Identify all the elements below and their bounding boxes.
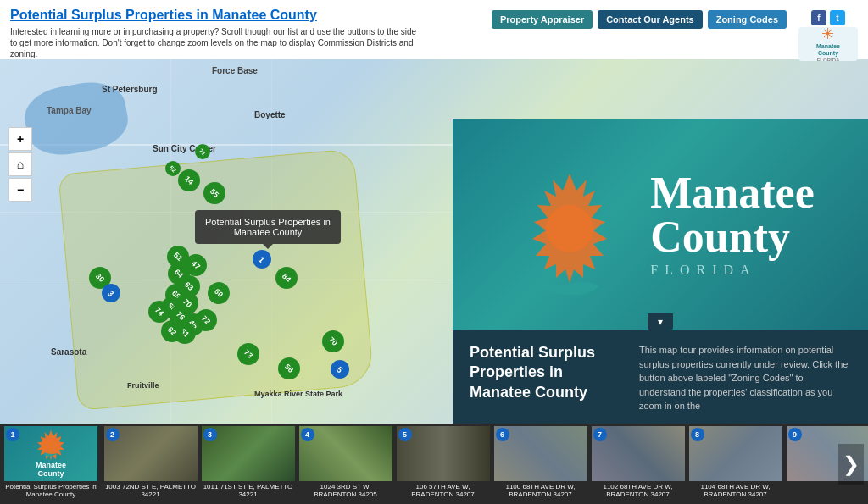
zoning-codes-button[interactable]: Zoning Codes (708, 10, 787, 29)
thumbnail-label-3: 1011 71ST ST E, PALMETTO 34221 (199, 483, 297, 499)
zoom-out-button[interactable]: − (8, 178, 32, 202)
thumbnail-3[interactable]: 3 1011 71ST ST E, PALMETTO 34221 (199, 426, 297, 502)
thumbnail-strip: 1 ManateeCounty Potential Surplus Proper… (0, 424, 868, 504)
thumbnail-img-7: 7 (592, 426, 685, 481)
svg-point-1 (44, 439, 58, 452)
map-popup: Potential Surplus Properties in Manatee … (195, 210, 341, 244)
info-panel-description: This map tour provides information on po… (639, 343, 851, 424)
sun-logo-area: Manatee County FLORIDA (506, 148, 814, 301)
thumb-logo: ManateeCounty (34, 428, 68, 479)
thumb-number-1: 1 (6, 428, 19, 441)
thumbnail-img-8: 8 (689, 426, 782, 481)
thumbnail-7[interactable]: 7 1102 68TH AVE DR W, BRADENTON 34207 (589, 426, 687, 502)
thumb-number-8: 8 (691, 428, 704, 441)
thumb-number-3: 3 (203, 428, 217, 441)
county-manatee-text: Manatee (650, 171, 814, 215)
thumbnail-8[interactable]: 8 1104 68TH AVE DR W, BRADENTON 34207 (687, 426, 784, 502)
county-county-text: County (650, 215, 814, 259)
info-panel: Manatee County FLORIDA ▾ Potential Surpl… (453, 119, 868, 424)
map-marker-56[interactable]: 56 (278, 357, 300, 379)
map-marker-3[interactable]: 3 (102, 284, 120, 302)
header-nav: Property Appraiser Contact Our Agents Zo… (492, 10, 858, 61)
map-marker-71[interactable]: 71 (195, 144, 210, 159)
thumbnail-label-5: 106 57TH AVE W, BRADENTON 34207 (394, 483, 492, 499)
thumb-number-4: 4 (301, 428, 314, 441)
header-left: Potential Surplus Properties in Manatee … (10, 7, 492, 59)
thumbnail-2[interactable]: 2 1003 72ND ST E, PALMETTO 34221 (102, 426, 199, 502)
thumb-number-2: 2 (106, 428, 120, 441)
thumbnail-img-4: 4 (299, 426, 392, 481)
county-logo-small: ✳ ManateeCountyFLORIDA (798, 27, 858, 61)
map-marker-60[interactable]: 60 (208, 282, 230, 304)
svg-point-0 (546, 205, 593, 252)
thumbnail-label-6: 1100 68TH AVE DR W, BRADENTON 34207 (492, 483, 589, 499)
thumb-county-text: ManateeCounty (36, 462, 66, 479)
thumb-number-7: 7 (593, 428, 607, 441)
county-logo-large: Manatee County FLORIDA (453, 119, 868, 330)
map-marker-1[interactable]: 1 (253, 250, 271, 269)
collapse-arrow[interactable]: ▾ (648, 313, 673, 330)
map-marker-52[interactable]: 52 (165, 161, 181, 176)
page-title: Potential Surplus Properties in Manatee … (10, 7, 492, 23)
social-links: f t (811, 10, 845, 25)
thumbnail-label-2: 1003 72ND ST E, PALMETTO 34221 (102, 483, 199, 499)
map-marker-73[interactable]: 73 (237, 343, 259, 365)
facebook-icon[interactable]: f (811, 10, 826, 25)
page-subtitle: Interested in learning more or in purcha… (10, 26, 417, 59)
thumb-number-5: 5 (398, 428, 412, 441)
thumbnail-label-4: 1024 3RD ST W, BRADENTON 34205 (297, 483, 394, 499)
map-marker-14[interactable]: 14 (178, 169, 200, 191)
thumbnail-6[interactable]: 6 1100 68TH AVE DR W, BRADENTON 34207 (492, 426, 589, 502)
county-name-large: Manatee County FLORIDA (650, 171, 814, 278)
info-panel-title: Potential Surplus Properties in Manatee … (470, 343, 622, 424)
sun-svg (506, 148, 642, 301)
zoom-home-button[interactable]: ⌂ (8, 152, 32, 176)
map-marker-84[interactable]: 84 (275, 267, 298, 289)
page-header: Potential Surplus Properties in Manatee … (0, 0, 868, 59)
thumbnail-5[interactable]: 5 106 57TH AVE W, BRADENTON 34207 (394, 426, 492, 502)
thumb-sun-svg (34, 428, 68, 462)
map-marker-62[interactable]: 62 (161, 320, 183, 342)
thumb-number-6: 6 (496, 428, 509, 441)
twitter-icon[interactable]: t (830, 10, 845, 25)
map-marker-70r[interactable]: 70 (322, 330, 344, 352)
map-marker-74[interactable]: 74 (148, 301, 170, 323)
next-arrow-button[interactable]: ❯ (838, 444, 864, 485)
contact-agents-button[interactable]: Contact Our Agents (598, 10, 703, 29)
thumbnail-label-7: 1102 68TH AVE DR W, BRADENTON 34207 (589, 483, 687, 499)
map-marker-72[interactable]: 72 (195, 309, 217, 331)
thumbnail-label-1: Potential Surplus Properties in Manatee … (0, 483, 102, 499)
thumbnail-img-2: 2 (104, 426, 198, 481)
thumbnail-img-3: 3 (202, 426, 295, 481)
thumbnail-img-1: 1 ManateeCounty (4, 426, 97, 481)
thumb-number-9: 9 (788, 428, 802, 441)
map-marker-55[interactable]: 55 (203, 182, 225, 204)
thumbnail-label-8: 1104 68TH AVE DR W, BRADENTON 34207 (687, 483, 784, 499)
logo-area: f t ✳ ManateeCountyFLORIDA (798, 10, 858, 61)
thumbnail-img-5: 5 (397, 426, 490, 481)
info-panel-bottom: Potential Surplus Properties in Manatee … (453, 330, 868, 424)
map-marker-5[interactable]: 5 (331, 360, 349, 379)
thumbnail-1[interactable]: 1 ManateeCounty Potential Surplus Proper… (0, 426, 102, 502)
thumbnail-4[interactable]: 4 1024 3RD ST W, BRADENTON 34205 (297, 426, 394, 502)
zoom-in-button[interactable]: + (8, 127, 32, 151)
thumbnail-img-6: 6 (494, 426, 587, 481)
zoom-controls: + ⌂ − (8, 127, 32, 202)
county-florida-text: FLORIDA (650, 263, 814, 278)
map-area[interactable]: Tampa Bay St Petersburg Sun City Center … (0, 59, 868, 424)
property-appraiser-button[interactable]: Property Appraiser (492, 10, 593, 29)
